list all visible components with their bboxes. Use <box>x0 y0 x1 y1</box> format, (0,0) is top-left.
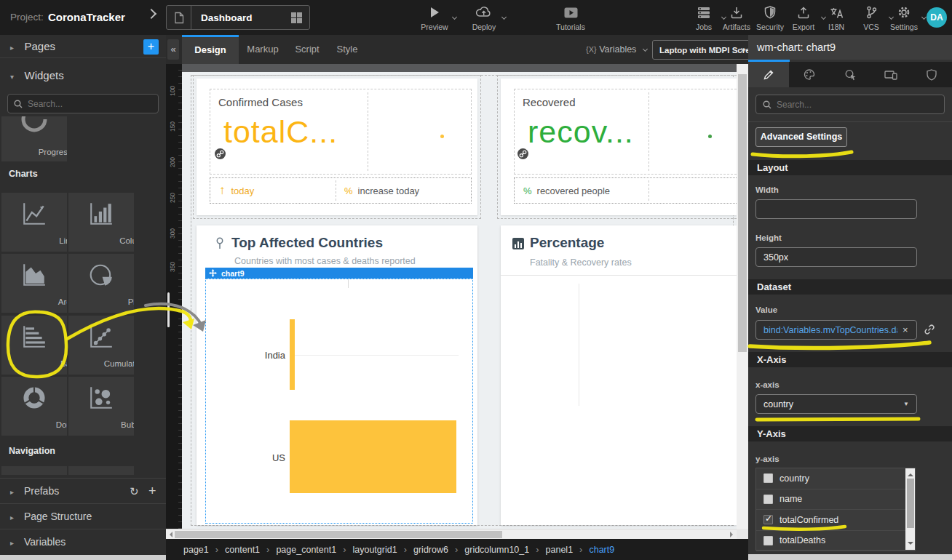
sidebar-section-variables[interactable]: ▸ Variables <box>0 529 166 555</box>
property-search[interactable] <box>755 95 945 114</box>
x-axis-select[interactable]: country ▼ <box>755 394 917 414</box>
breadcrumb-layoutgrid1[interactable]: layoutgrid1 <box>352 545 397 555</box>
property-search-input[interactable] <box>777 100 886 110</box>
countries-panel-title[interactable]: Top Affected Countries <box>231 235 383 251</box>
bar-chart-icon <box>1 324 67 350</box>
widget-tile-partial[interactable] <box>68 466 134 475</box>
y-axis-option-name[interactable]: ✓ name <box>756 489 915 511</box>
widget-tile-column[interactable]: Column <box>68 193 134 252</box>
progress-circle-icon <box>1 116 67 134</box>
tab-properties[interactable] <box>748 62 789 87</box>
y-axis-scrollbar-thumb[interactable] <box>907 479 914 528</box>
variables-dropdown[interactable]: {X} Variables <box>586 35 647 64</box>
width-input[interactable] <box>755 199 917 219</box>
recovered-card-value[interactable]: recov... <box>528 114 634 150</box>
avatar[interactable]: DA <box>927 7 947 28</box>
breadcrumb-chart9[interactable]: chart9 <box>589 545 614 555</box>
widget-tile-pie[interactable]: Pie <box>68 254 134 313</box>
vscroll-thumb[interactable] <box>738 74 747 352</box>
hscroll-thumb[interactable] <box>175 531 502 538</box>
breadcrumb-page-content1[interactable]: page_content1 <box>276 545 336 555</box>
widget-tile-line[interactable]: Line <box>1 193 67 252</box>
line-chart-icon <box>1 201 67 227</box>
selected-widget-bar[interactable]: chart9 <box>205 268 473 279</box>
breadcrumb-content1[interactable]: content1 <box>225 545 260 555</box>
widget-tile-bubble[interactable]: Bubble <box>68 377 134 436</box>
bar-india[interactable] <box>290 319 295 390</box>
widget-tile-bar[interactable]: Bar <box>1 316 67 375</box>
breadcrumb-page1[interactable]: page1 <box>183 545 209 555</box>
sidebar-section-pages[interactable]: ▸ Pages + <box>0 35 166 58</box>
height-input[interactable] <box>755 247 917 267</box>
percentage-panel-title[interactable]: Percentage <box>530 235 604 251</box>
prefabs-refresh-icon[interactable]: ↻ <box>130 479 139 504</box>
widget-search-input[interactable] <box>28 99 137 109</box>
top-countries-panel[interactable]: Top Affected Countries Countries with mo… <box>197 225 477 525</box>
tab-styles[interactable] <box>789 62 830 87</box>
sidebar-scrollbar-thumb[interactable] <box>167 292 170 327</box>
sidebar-section-prefabs[interactable]: ▸ Prefabs ↻ + <box>0 478 166 503</box>
variables-x-icon: {X} <box>586 45 597 54</box>
project-chevron-icon[interactable] <box>146 9 156 19</box>
recovered-card[interactable]: Recovered recov... % recovered people <box>501 79 737 215</box>
preview-button[interactable]: Preview <box>413 4 456 31</box>
confirmed-card-title[interactable]: Confirmed Cases <box>218 96 303 108</box>
widget-tile-cumulative-line[interactable]: Cumulative Line <box>68 316 134 375</box>
dataset-bind-input[interactable] <box>755 320 917 340</box>
tab-security[interactable] <box>911 62 952 87</box>
add-page-button[interactable]: + <box>143 39 159 55</box>
confirmed-footer-increase[interactable]: % increase today <box>344 178 419 203</box>
scroll-right-arrow-icon[interactable] <box>730 532 736 537</box>
tab-style[interactable]: Style <box>328 35 367 64</box>
palette-icon <box>804 69 815 80</box>
confirmed-cases-card[interactable]: Confirmed Cases totalC... ↑ today % incr… <box>197 79 477 215</box>
variables-caret-icon: ▸ <box>10 539 14 547</box>
sidebar-section-page-structure[interactable]: ▸ Page Structure <box>0 503 166 529</box>
breadcrumb-separator: › <box>343 544 346 555</box>
y-axis-listbox: ✓ country ✓ name ✓ totalConfirmed ✓ tota… <box>755 468 916 551</box>
cumulative-line-chart-icon <box>68 324 134 350</box>
y-axis-option-totaldeaths[interactable]: ✓ totalDeaths <box>756 531 915 552</box>
breadcrumb-gridcolumn10-1[interactable]: gridcolumn10_1 <box>464 545 529 555</box>
advanced-settings-button[interactable]: Advanced Settings <box>755 127 847 147</box>
breadcrumb-gridrow6[interactable]: gridrow6 <box>413 545 448 555</box>
confirmed-footer-today[interactable]: ↑ today <box>219 178 254 203</box>
prefabs-caret-icon: ▸ <box>10 488 14 496</box>
widget-search[interactable] <box>7 94 159 113</box>
scroll-left-arrow-icon[interactable] <box>167 532 172 537</box>
page-tab-dashboard[interactable]: Dashboard <box>166 5 310 30</box>
widget-tile-donut[interactable]: Donut <box>1 377 67 436</box>
widget-tile-area[interactable]: Area <box>1 254 67 313</box>
bind-link-icon[interactable] <box>924 324 935 338</box>
recovered-card-title[interactable]: Recovered <box>523 96 576 108</box>
tab-script[interactable]: Script <box>287 35 328 64</box>
canvas-vertical-scrollbar[interactable] <box>737 64 748 529</box>
widget-tile-partial[interactable] <box>1 466 67 475</box>
pages-grid-icon[interactable] <box>291 12 302 23</box>
recovered-footer[interactable]: % recovered people <box>523 178 610 203</box>
widget-tile-progress-circle[interactable]: Progress Circle <box>1 116 67 161</box>
prefabs-add-icon[interactable]: + <box>148 479 156 504</box>
y-axis-option-country[interactable]: ✓ country <box>756 468 915 489</box>
percentage-panel[interactable]: Percentage Fatality & Recovery rates <box>501 225 737 525</box>
clear-bind-icon[interactable]: × <box>903 324 908 335</box>
tutorials-button[interactable]: Tutorials <box>550 4 592 31</box>
chart-gridline <box>290 355 459 356</box>
sidebar-collapse-button[interactable]: « <box>167 39 179 60</box>
y-axis-option-totalconfirmed[interactable]: ✓ totalConfirmed <box>756 510 915 531</box>
tab-events[interactable] <box>830 62 870 87</box>
y-axis-scrollbar[interactable] <box>905 468 915 550</box>
bar-us[interactable] <box>290 420 456 493</box>
settings-button[interactable]: Settings <box>883 4 925 31</box>
canvas-horizontal-scrollbar[interactable] <box>166 529 737 539</box>
breadcrumb-panel1[interactable]: panel1 <box>546 545 574 555</box>
sidebar-section-widgets[interactable]: ▾ Widgets <box>0 59 166 92</box>
tab-devices[interactable] <box>870 62 911 87</box>
horizontal-ruler <box>182 64 737 72</box>
panel-expand-button[interactable]: » <box>738 35 748 64</box>
confirmed-card-value[interactable]: totalC... <box>223 114 338 150</box>
tab-design[interactable]: Design <box>182 35 239 64</box>
tab-markup[interactable]: Markup <box>239 35 287 64</box>
deploy-button[interactable]: Deploy <box>463 4 505 31</box>
breadcrumb-separator: › <box>455 544 458 555</box>
